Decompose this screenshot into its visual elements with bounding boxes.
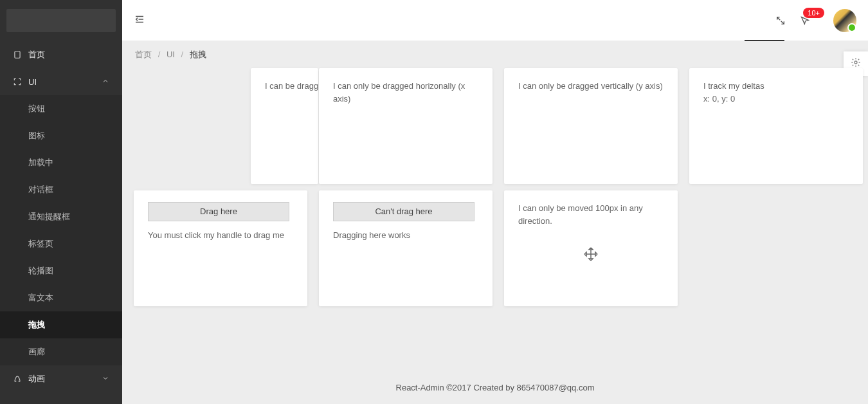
breadcrumb-level1[interactable]: UI [167, 50, 175, 59]
sidebar-item-dialog[interactable]: 对话框 [0, 176, 122, 203]
chevron-up-icon [102, 77, 109, 87]
fullscreen-icon[interactable] [775, 15, 786, 26]
move-icon[interactable] [583, 246, 599, 262]
footer: React-Admin ©2017 Created by 865470087@q… [122, 371, 868, 404]
sidebar-item-notification[interactable]: 通知提醒框 [0, 203, 122, 230]
sidebar-item-richtext[interactable]: 富文本 [0, 284, 122, 311]
drag-card-bounded[interactable]: I can only be moved 100px in any directi… [504, 190, 678, 306]
drag-card-handle: Drag here You must click my handle to dr… [134, 190, 307, 306]
sidebar-item-label: UI [28, 77, 37, 87]
notification-badge: 10+ [803, 8, 824, 18]
svg-point-4 [854, 61, 857, 64]
avatar[interactable] [833, 9, 856, 32]
breadcrumb-current: 拖拽 [190, 50, 206, 59]
topbar: 10+ [122, 0, 868, 41]
sidebar: 首页 UI 按钮 图标 加载中 对话框 通知提醒框 标签页 轮播图 富文本 拖拽… [0, 0, 122, 404]
content-area: I can be dragg I can only be dragged hor… [122, 68, 868, 371]
logo [6, 9, 116, 32]
breadcrumb: 首页 / UI / 拖拽 [122, 41, 868, 68]
drag-handle-button[interactable]: Drag here [148, 202, 289, 221]
drag-card-horizontal[interactable]: I can only be dragged horizonally (x axi… [319, 68, 493, 184]
sidebar-item-home[interactable]: 首页 [0, 41, 122, 68]
chevron-down-icon [102, 374, 109, 384]
scan-icon [13, 77, 22, 86]
sidebar-item-ui[interactable]: UI [0, 68, 122, 95]
sidebar-item-animation[interactable]: 动画 [0, 365, 122, 392]
rocket-icon [13, 374, 22, 383]
breadcrumb-home[interactable]: 首页 [135, 50, 152, 59]
sidebar-item-icon[interactable]: 图标 [0, 122, 122, 149]
sidebar-item-carousel[interactable]: 轮播图 [0, 257, 122, 284]
device-icon [13, 50, 22, 59]
sidebar-item-loading[interactable]: 加载中 [0, 149, 122, 176]
sidebar-item-label: 动画 [28, 373, 45, 385]
drag-card-vertical[interactable]: I can only be dragged vertically (y axis… [504, 68, 678, 184]
sidebar-item-label: 首页 [28, 49, 45, 60]
sidebar-item-gallery[interactable]: 画廊 [0, 338, 122, 365]
sidebar-item-button[interactable]: 按钮 [0, 95, 122, 122]
sidebar-item-drag[interactable]: 拖拽 [0, 311, 122, 338]
drag-card-deltas[interactable]: I track my deltas x: 0, y: 0 [689, 68, 863, 184]
sidebar-item-tabs[interactable]: 标签页 [0, 230, 122, 257]
svg-rect-0 [15, 51, 20, 59]
tab-indicator [745, 40, 784, 41]
drag-card-cancel[interactable]: Can't drag here Dragging here works [319, 190, 493, 306]
no-drag-button[interactable]: Can't drag here [333, 202, 475, 221]
collapse-menu-icon[interactable] [134, 14, 145, 28]
cursor-with-badge[interactable]: 10+ [800, 15, 810, 26]
drag-card-basic[interactable]: I can be dragg [251, 68, 318, 184]
